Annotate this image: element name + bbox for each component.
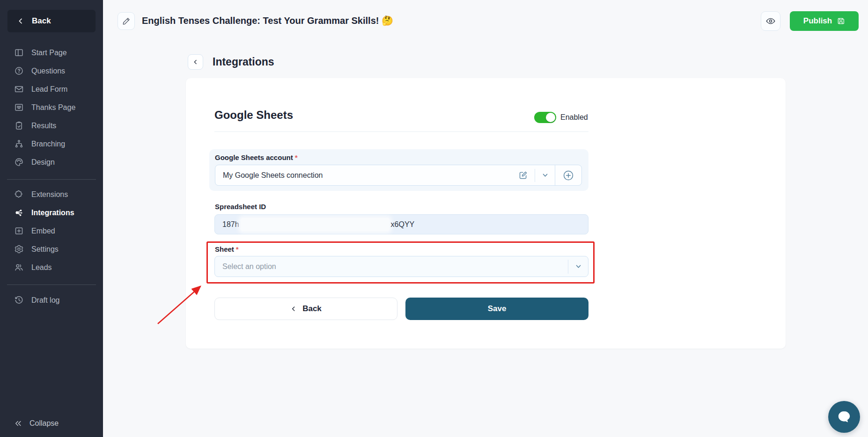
palette-icon	[14, 157, 24, 167]
sidebar-item-results[interactable]: Results	[0, 117, 103, 135]
required-mark: *	[236, 245, 239, 253]
sidebar-collapse-label: Collapse	[29, 419, 59, 428]
sidebar-item-label: Draft log	[31, 296, 59, 305]
edit-title-button[interactable]	[118, 12, 135, 30]
sidebar-item-thanks-page[interactable]: Thanks Page	[0, 98, 103, 117]
sidebar-item-design[interactable]: Design	[0, 153, 103, 171]
puzzle-icon	[14, 189, 24, 199]
form-back-label: Back	[302, 304, 322, 313]
sidebar-item-label: Questions	[31, 67, 65, 75]
edit-square-icon[interactable]	[518, 170, 528, 180]
account-label-text: Google Sheets account	[215, 153, 293, 161]
double-chevron-left-icon	[14, 419, 22, 428]
form-back-button[interactable]: Back	[214, 298, 397, 320]
sidebar-item-label: Start Page	[31, 49, 67, 57]
sidebar-item-label: Embed	[31, 227, 55, 235]
sidebar-item-settings[interactable]: Settings	[0, 240, 103, 258]
sidebar-item-label: Design	[31, 158, 55, 167]
sidebar-item-label: Extensions	[31, 190, 68, 199]
sidebar-item-label: Lead Form	[31, 85, 67, 94]
history-clock-icon	[14, 295, 24, 305]
speech-bubble-icon	[836, 409, 852, 425]
sidebar-item-integrations[interactable]: Integrations	[0, 204, 103, 222]
question-circle-icon	[14, 66, 24, 76]
project-title: English Tenses Challenge: Test Your Gram…	[142, 15, 393, 26]
publish-label: Publish	[803, 16, 832, 26]
sidebar-back-label: Back	[32, 16, 51, 26]
columns-icon	[14, 48, 24, 58]
spreadsheet-id-input[interactable]: 187h x6QYY	[214, 214, 588, 234]
sidebar-item-label: Settings	[31, 245, 59, 254]
sidebar: Back Start Page Questions Lead Form Than…	[0, 0, 103, 437]
preview-button[interactable]	[761, 11, 780, 31]
account-dropdown-toggle[interactable]	[535, 172, 555, 179]
spreadsheet-id-prefix: 187h	[222, 220, 239, 229]
gear-icon	[14, 244, 24, 254]
sidebar-item-questions[interactable]: Questions	[0, 62, 103, 80]
toggle-knob	[546, 113, 555, 122]
pencil-icon	[122, 17, 131, 25]
redacted-blur-patch	[241, 218, 390, 231]
sidebar-back-button[interactable]: Back	[7, 10, 96, 32]
chevron-left-icon	[17, 17, 24, 25]
integrations-icon	[14, 208, 24, 218]
plus-circle-icon	[562, 169, 574, 182]
envelope-icon	[14, 84, 24, 94]
sheet-field-label: Sheet*	[215, 245, 239, 253]
sheet-label-text: Sheet	[215, 245, 234, 253]
chevron-down-icon	[542, 172, 549, 179]
sidebar-divider	[7, 284, 96, 285]
save-floppy-icon	[837, 17, 845, 25]
spreadsheet-id-label: Spreadsheet ID	[215, 203, 266, 211]
chevron-left-icon	[192, 59, 199, 65]
card-lines-icon	[14, 102, 24, 112]
publish-button[interactable]: Publish	[790, 11, 859, 31]
sheet-dropdown-toggle[interactable]	[568, 263, 588, 270]
chevron-left-icon	[290, 306, 297, 312]
account-select[interactable]: My Google Sheets connection	[215, 165, 582, 186]
embed-plus-icon	[14, 226, 24, 236]
sheet-select-placeholder: Select an option	[215, 262, 568, 271]
toggle-status-label: Enabled	[560, 113, 588, 122]
sidebar-item-leads[interactable]: Leads	[0, 258, 103, 277]
sidebar-item-embed[interactable]: Embed	[0, 222, 103, 240]
sidebar-item-label: Results	[31, 122, 56, 130]
add-connection-button[interactable]	[555, 165, 581, 185]
account-field-label: Google Sheets account*	[215, 153, 298, 161]
users-icon	[14, 262, 24, 272]
required-mark: *	[295, 153, 298, 161]
enabled-toggle[interactable]	[534, 112, 556, 123]
sidebar-item-label: Leads	[31, 263, 52, 272]
sidebar-draft-log-nav: Draft log	[0, 291, 103, 309]
sidebar-item-label: Thanks Page	[31, 103, 75, 112]
sidebar-secondary-nav: Extensions Integrations Embed Settings L…	[0, 185, 103, 277]
account-select-value: My Google Sheets connection	[215, 171, 518, 180]
app-window: Back Start Page Questions Lead Form Than…	[0, 0, 868, 437]
chat-launcher-button[interactable]	[828, 401, 860, 433]
sidebar-item-start-page[interactable]: Start Page	[0, 44, 103, 62]
sidebar-item-label: Branching	[31, 140, 65, 148]
sheet-select[interactable]: Select an option	[214, 256, 588, 277]
sidebar-item-branching[interactable]: Branching	[0, 135, 103, 153]
sidebar-divider	[7, 179, 96, 180]
branching-icon	[14, 139, 24, 149]
save-button[interactable]: Save	[405, 298, 588, 320]
sidebar-item-draft-log[interactable]: Draft log	[0, 291, 103, 309]
integration-title: Google Sheets	[214, 109, 293, 122]
sidebar-item-label: Integrations	[31, 209, 74, 217]
sidebar-primary-nav: Start Page Questions Lead Form Thanks Pa…	[0, 44, 103, 171]
sidebar-collapse-button[interactable]: Collapse	[14, 419, 59, 428]
sidebar-item-extensions[interactable]: Extensions	[0, 185, 103, 204]
integrations-back-button[interactable]	[188, 54, 203, 70]
eye-icon	[765, 16, 776, 26]
spreadsheet-id-suffix: x6QYY	[391, 220, 415, 229]
page-heading: Integrations	[213, 56, 274, 68]
sidebar-item-lead-form[interactable]: Lead Form	[0, 80, 103, 98]
chevron-down-icon	[575, 263, 582, 270]
clipboard-check-icon	[14, 121, 24, 131]
card-divider	[214, 131, 588, 132]
